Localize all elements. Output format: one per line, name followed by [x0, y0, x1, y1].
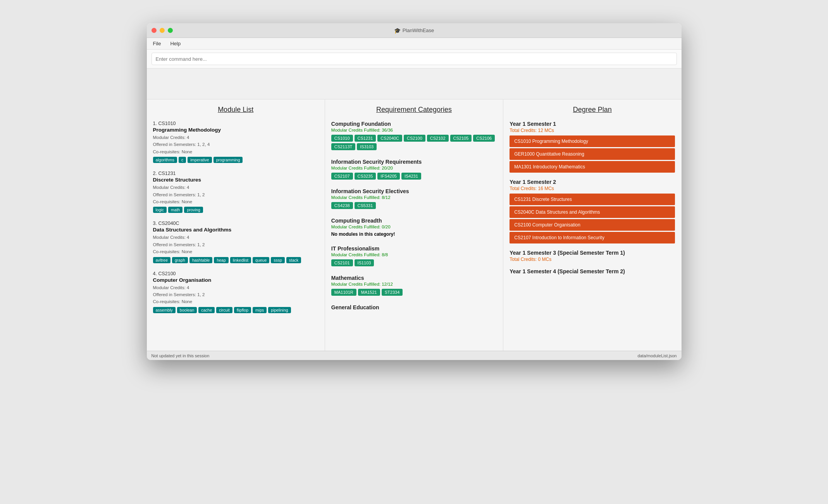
module-tag: CS2100	[404, 135, 425, 142]
module-tag: CS2040C	[377, 135, 402, 142]
status-right: data/moduleList.json	[638, 353, 677, 358]
req-modules: MA1101R MA1521 ST2334	[331, 289, 497, 296]
module-name-1: Programming Methodology	[153, 127, 318, 133]
semester-title: Year 1 Semester 2	[510, 179, 675, 185]
semester-title: Year 1 Semester 4 (Special Semester Term…	[510, 268, 675, 274]
semester-title: Year 1 Semester 1	[510, 121, 675, 127]
app-window: 🎓 PlanWithEase File Help Module List 1. …	[147, 23, 682, 360]
minimize-button[interactable]	[160, 28, 165, 33]
module-tags-3: avltree graph hashtable heap linkedlist …	[153, 257, 318, 263]
module-tag: CS1010	[331, 135, 353, 142]
degree-plan-body[interactable]: Year 1 Semester 1 Total Credits: 12 MCs …	[503, 118, 681, 351]
req-credits: Modular Credits Fulfilled: 8/8	[331, 252, 497, 257]
list-item: Computing Breadth Modular Credits Fulfil…	[331, 218, 497, 237]
tag: avltree	[153, 257, 171, 263]
list-item: Year 1 Semester 1 Total Credits: 12 MCs …	[510, 121, 675, 173]
module-list-body[interactable]: 1. CS1010 Programming Methodology Modula…	[147, 118, 325, 351]
req-credits: Modular Credits Fulfilled: 0/20	[331, 225, 497, 229]
module-tag: MA1101R	[331, 289, 356, 296]
list-item: Year 1 Semester 4 (Special Semester Term…	[510, 268, 675, 274]
module-tag: ST2334	[382, 289, 403, 296]
module-meta-3: Modular Credits: 4 Offered in Semesters:…	[153, 234, 318, 255]
tag: logic	[153, 207, 167, 213]
maximize-button[interactable]	[168, 28, 173, 33]
module-tag: CS2107	[331, 173, 353, 180]
req-title: Computing Breadth	[331, 218, 497, 224]
degree-plan-header: Degree Plan	[503, 99, 681, 118]
module-tag: CS2102	[427, 135, 449, 142]
semester-credits: Total Credits: 0 MCs	[510, 257, 675, 262]
module-name-3: Data Structures and Algorithms	[153, 227, 318, 233]
list-item: 4. CS2100 Computer Organisation Modular …	[153, 271, 318, 313]
requirements-column: Requirement Categories Computing Foundat…	[325, 99, 503, 351]
tag: proving	[184, 207, 203, 213]
tag: c	[179, 157, 186, 163]
req-title: Mathematics	[331, 275, 497, 281]
close-button[interactable]	[151, 28, 157, 33]
semester-credits: Total Credits: 12 MCs	[510, 128, 675, 133]
module-code-4: 4. CS2100	[153, 271, 318, 276]
requirements-body[interactable]: Computing Foundation Modular Credits Ful…	[325, 118, 503, 351]
list-item: Information Security Requirements Modula…	[331, 159, 497, 180]
app-title: PlanWithEase	[403, 27, 434, 33]
command-bar	[147, 50, 682, 69]
req-title: IT Professionalism	[331, 245, 497, 252]
module-code-1: 1. CS1010	[153, 121, 318, 126]
tag: circuit	[216, 307, 232, 313]
module-tag: CS2106	[473, 135, 495, 142]
module-tag: IS3103	[357, 143, 377, 150]
list-item: General Education	[331, 304, 497, 310]
module-meta-2: Modular Credits: 4 Offered in Semesters:…	[153, 184, 318, 205]
req-modules: CS1010 CS1231 CS2040C CS2100 CS2102 CS21…	[331, 135, 497, 150]
module-meta-1: Modular Credits: 4 Offered in Semesters:…	[153, 134, 318, 155]
app-icon: 🎓	[394, 27, 401, 34]
tag: graph	[172, 257, 188, 263]
module-tag: IS4231	[401, 173, 421, 180]
menu-help[interactable]: Help	[169, 40, 182, 47]
tag: programming	[213, 157, 243, 163]
req-credits: Modular Credits Fulfilled: 36/36	[331, 128, 497, 132]
list-item: 2. CS1231 Discrete Structures Modular Cr…	[153, 171, 318, 213]
status-left: Not updated yet in this session	[151, 353, 210, 358]
module-meta-4: Modular Credits: 4 Offered in Semesters:…	[153, 284, 318, 305]
tag: flipflop	[234, 307, 251, 313]
semester-credits: Total Credits: 16 MCs	[510, 186, 675, 191]
degree-module: MA1301 Introductory Mathematics	[510, 161, 675, 173]
req-title: Computing Foundation	[331, 121, 497, 127]
module-name-2: Discrete Structures	[153, 177, 318, 183]
degree-module: CS2100 Computer Organisation	[510, 219, 675, 231]
req-credits: Modular Credits Fulfilled: 8/12	[331, 195, 497, 200]
degree-module: CS2040C Data Structures and Algorithms	[510, 206, 675, 218]
req-credits: Modular Credits Fulfilled: 20/20	[331, 166, 497, 170]
tag: sssp	[271, 257, 285, 263]
module-tag: CS5331	[355, 202, 376, 209]
list-item: Computing Foundation Modular Credits Ful…	[331, 121, 497, 150]
module-tag: CS1231	[355, 135, 376, 142]
tag: assembly	[153, 307, 176, 313]
module-tag: CS2105	[450, 135, 472, 142]
tag: imperative	[188, 157, 212, 163]
menubar: File Help	[147, 38, 682, 50]
req-title: Information Security Requirements	[331, 159, 497, 165]
tag: heap	[214, 257, 228, 263]
list-item: IT Professionalism Modular Credits Fulfi…	[331, 245, 497, 266]
module-tag: CS2101	[331, 259, 353, 266]
degree-module: GER1000 Quantitative Reasoning	[510, 148, 675, 160]
module-tag: MA1521	[358, 289, 380, 296]
tag: pipelining	[268, 307, 291, 313]
tag: cache	[198, 307, 215, 313]
req-credits: Modular Credits Fulfilled: 12/12	[331, 282, 497, 286]
degree-module: CS2107 Introduction to Information Secur…	[510, 232, 675, 243]
list-item: Year 1 Semester 2 Total Credits: 16 MCs …	[510, 179, 675, 243]
degree-plan-column: Degree Plan Year 1 Semester 1 Total Cred…	[503, 99, 681, 351]
req-title: General Education	[331, 304, 497, 310]
degree-module: CS1010 Programming Methodology	[510, 135, 675, 147]
req-modules: CS2107 CS3235 IFS4205 IS4231	[331, 173, 497, 180]
module-tag: CS2113T	[331, 143, 355, 150]
module-list-header: Module List	[147, 99, 325, 118]
list-item: 3. CS2040C Data Structures and Algorithm…	[153, 221, 318, 263]
menu-file[interactable]: File	[151, 40, 163, 47]
command-input[interactable]	[151, 53, 677, 65]
statusbar: Not updated yet in this session data/mod…	[147, 351, 682, 360]
tag: math	[168, 207, 182, 213]
